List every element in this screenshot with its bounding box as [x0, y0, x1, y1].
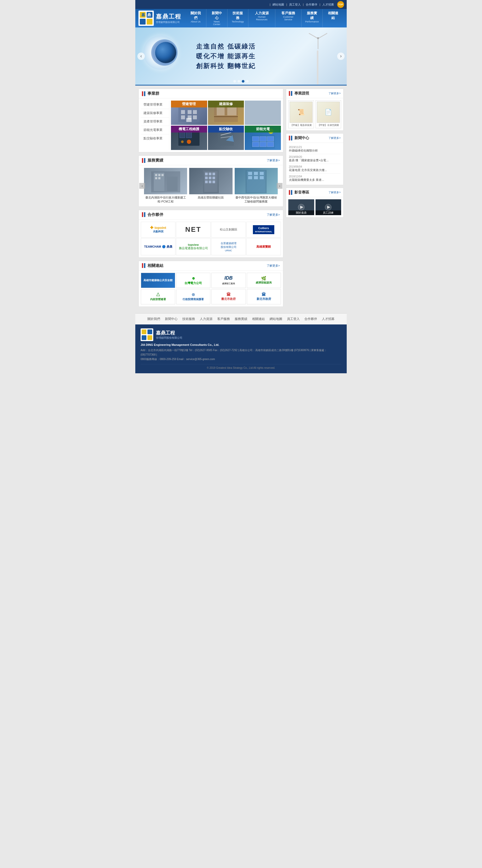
footer-nav-hr[interactable]: 人力資源	[200, 317, 212, 321]
section-bar2	[144, 91, 145, 96]
related-links-more[interactable]: 了解更多>	[266, 264, 280, 268]
banner-dot-3[interactable]	[242, 80, 245, 83]
business-cell-solar[interactable]: 節能光電	[245, 126, 281, 150]
sidebar-item-0[interactable]: 營建管理事業	[141, 100, 169, 109]
news-item-0[interactable]: 2019/11/21 外牆磁磚劣化種類分析	[289, 145, 341, 154]
partner-item-7[interactable]: 高雄展覽館	[246, 238, 281, 255]
nav-cn-tech: 技術服務	[231, 11, 245, 20]
news-item-2[interactable]: 2019/06/04 花蓮地震 北市長安東路大樓...	[289, 164, 341, 174]
business-cell-jianying[interactable]: 營建管理	[171, 100, 207, 125]
svg-rect-60	[254, 176, 258, 179]
nav-item-cs[interactable]: 客戶服務 Customer Service	[275, 9, 302, 27]
svg-rect-68	[142, 330, 146, 334]
topbar-link-recruit[interactable]: 人才招募	[322, 3, 334, 7]
link-item-3[interactable]: 🌿經濟部能源局	[247, 273, 281, 288]
related-links-grid: 高雄市建築物公共安全館 ⊛台灣電力公司 IDB經濟部工業局 🌿經濟部能源局	[139, 271, 283, 307]
news-item-3[interactable]: 2018/12/04 太陽能裝機費量太多 業者...	[289, 174, 341, 183]
news-title-3: 太陽能裝機費量太多 業者...	[289, 178, 341, 182]
business-cell-electrical[interactable]: 機電工程維護	[171, 126, 207, 150]
footer-nav-links[interactable]: 相關連結	[252, 317, 265, 321]
footer-nav-sitemap[interactable]: 網站地圖	[270, 317, 282, 321]
partners-more[interactable]: 了解更多>	[266, 213, 280, 217]
partner-item-2[interactable]: 松山文創園區	[211, 222, 246, 238]
service-performance-title: 服務實績	[147, 158, 266, 163]
logo-area: 嘉 鼎 嘉鼎工程 管理顧問股份有限公司	[139, 10, 181, 26]
banner-dot-1[interactable]	[233, 80, 236, 83]
video-more[interactable]: 了解更多>	[329, 191, 341, 194]
link-item-2[interactable]: IDB經濟部工業局	[211, 273, 246, 288]
footer-nav-login[interactable]: 員工登入	[287, 317, 300, 321]
video-item-0[interactable]: 關於嘉鼎	[288, 199, 314, 215]
service-perf-prev[interactable]: ‹	[139, 183, 145, 189]
license-img-0: 📜	[290, 102, 313, 123]
footer-nav-cs[interactable]: 客戶服務	[217, 317, 230, 321]
banner-next[interactable]: ›	[337, 53, 345, 60]
link-item-6[interactable]: 🏛臺北市政府	[211, 289, 246, 304]
partner-item-3[interactable]: ColliersINTERNATIONAL	[246, 222, 281, 238]
service-img-0	[144, 168, 187, 194]
video-thumb-label-1: 員工訓練	[315, 210, 341, 215]
license-item-0[interactable]: 📜 【甲級】電器承裝業	[288, 100, 314, 128]
video-section: 影音專區 了解更多> 關於嘉鼎	[286, 188, 343, 218]
link-item-0[interactable]: 高雄市建築物公共安全館	[141, 273, 175, 288]
banner-turbine	[310, 37, 325, 85]
banner-dot-4[interactable]	[246, 80, 249, 83]
partner-item-4[interactable]: TEAMCHAM 🔵 鼎晟	[141, 238, 175, 255]
license-item-1[interactable]: 📄 【甲號】冷凍空調業	[315, 100, 341, 128]
business-cell-empty	[245, 100, 281, 125]
service-performance-more[interactable]: 了解更多>	[266, 158, 280, 162]
footer-nav-recruit[interactable]: 人才招募	[322, 317, 335, 321]
nav-item-tech[interactable]: 技術服務 Technology	[228, 9, 249, 27]
building-img-2	[240, 169, 272, 194]
topbar-link-sitemap[interactable]: 網站地圖	[273, 3, 284, 7]
top-button[interactable]: TOP	[337, 1, 344, 8]
partner-item-1[interactable]: NET	[176, 222, 210, 238]
nav-item-about[interactable]: 關於我們 About Us	[185, 9, 206, 27]
footer-company-sub: 管理顧問股份有限公司	[156, 336, 182, 340]
banner-dot-2[interactable]	[237, 80, 240, 83]
service-item-1[interactable]: 高雄左營區聯建社區	[189, 168, 232, 204]
partner-logo-3: ColliersINTERNATIONAL	[253, 225, 274, 234]
partner-item-0[interactable]: ✦ topoint尖點科技	[141, 222, 175, 238]
nav-item-hr[interactable]: 人力資源 Human Resources	[248, 9, 275, 27]
partner-item-5[interactable]: topview勝品電通股份有限公司	[176, 238, 210, 255]
link-item-5[interactable]: ⊙行政院環境保護署	[176, 289, 210, 304]
footer-nav-news[interactable]: 新聞中心	[165, 317, 177, 321]
license-more[interactable]: 了解更多>	[329, 92, 341, 95]
link-label-6: 🏛臺北市政府	[220, 291, 237, 302]
partners-header: 合作夥伴 了解更多>	[139, 210, 283, 220]
service-perf-next[interactable]: ›	[277, 183, 283, 189]
topbar-link-login[interactable]: 員工登入	[289, 3, 301, 7]
video-item-1[interactable]: 員工訓練	[315, 199, 341, 215]
sidebar-item-4[interactable]: 點交驗收事業	[141, 134, 169, 143]
business-cell-inspection[interactable]: 點交驗收	[208, 126, 244, 150]
footer-nav-perf[interactable]: 服務實績	[235, 317, 247, 321]
link-item-4[interactable]: △內政部營建署	[141, 289, 175, 304]
news-title: 新聞中心	[294, 136, 329, 141]
nav-item-news[interactable]: 新聞中心 News Center	[206, 9, 228, 27]
banner-prev[interactable]: ‹	[137, 53, 145, 60]
service-item-2[interactable]: 臺中西屯區中信/台灣惠眾大樓竣工驗收顧問服務案	[235, 168, 278, 204]
footer-nav-partner[interactable]: 合作夥伴	[305, 317, 317, 321]
business-cell-interior[interactable]: 建築裝修	[208, 100, 244, 125]
sidebar-item-2[interactable]: 資產管理事業	[141, 118, 169, 126]
sidebar-item-1[interactable]: 建築裝修事業	[141, 109, 169, 118]
partner-bar1	[142, 212, 143, 217]
nav-item-perf[interactable]: 服務實績 Performance	[302, 9, 323, 27]
footer-nav-about[interactable]: 關於我們	[147, 317, 160, 321]
footer-nav-tech[interactable]: 技術服務	[182, 317, 195, 321]
company-name-cn: 嘉鼎工程	[156, 13, 181, 21]
link-item-7[interactable]: 🏛新北市政府	[247, 289, 281, 304]
nav-item-links[interactable]: 相關連結	[323, 9, 343, 27]
topbar-link-partner[interactable]: 合作夥伴	[306, 3, 317, 7]
link-item-1[interactable]: ⊛台灣電力公司	[176, 273, 210, 288]
svg-text:嘉: 嘉	[141, 13, 145, 17]
news-item-1[interactable]: 2019/09/20 嘉鼎 獲「國家建築金獎+台電...	[289, 154, 341, 164]
news-more[interactable]: 了解更多>	[329, 136, 341, 140]
service-performance-header: 服務實績 了解更多>	[139, 156, 283, 165]
partner-item-6[interactable]: 合眾建築經理股份有限公司URMC	[211, 238, 246, 255]
service-img-1	[189, 168, 232, 194]
partner-logo-2: 松山文創園區	[220, 227, 237, 231]
sidebar-item-3[interactable]: 節能光電事業	[141, 126, 169, 134]
service-item-0[interactable]: 臺北內湖區中信行政大樓新建工程-PCM工程	[144, 168, 187, 204]
